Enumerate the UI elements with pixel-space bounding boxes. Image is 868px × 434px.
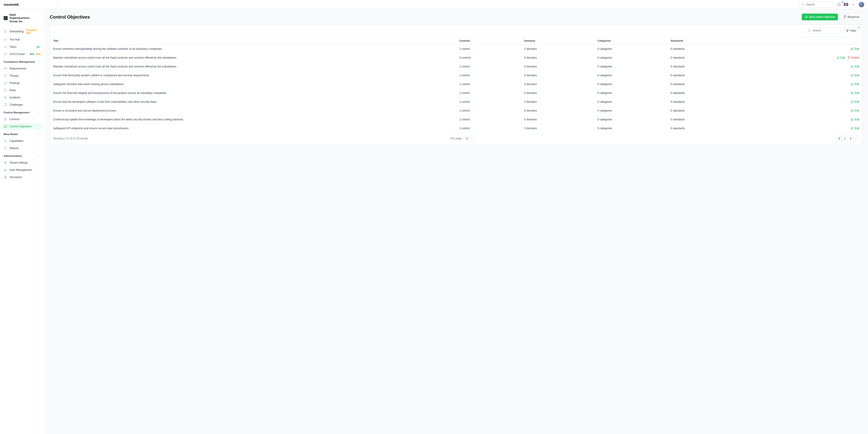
cell-categories: 0 categories	[594, 80, 667, 89]
edit-button[interactable]: Edit	[851, 83, 859, 86]
delete-button[interactable]: Delete	[848, 56, 859, 59]
sidebar-item-label: Risks	[9, 89, 41, 92]
table-row[interactable]: Ensure the financial integrity and trans…	[50, 89, 862, 97]
section-label: Meta Model	[4, 133, 18, 136]
sidebar-section-meta[interactable]: Meta Model	[2, 131, 42, 137]
page-button[interactable]: 2	[842, 136, 848, 141]
user-avatar[interactable]	[859, 2, 864, 7]
sidebar-item-objects[interactable]: Objects	[2, 145, 42, 151]
table-row[interactable]: Ensure a consistent and secure deploymen…	[50, 106, 862, 115]
edit-button[interactable]: Edit	[851, 47, 859, 51]
svg-marker-33	[846, 30, 848, 32]
chevron-up-icon	[38, 154, 41, 157]
sidebar-item-label: Objects	[9, 147, 41, 150]
sidebar-item-findings[interactable]: Findings	[2, 80, 42, 86]
column-header-controls[interactable]: Controls	[456, 37, 521, 45]
sidebar-item-controls[interactable]: Controls	[2, 116, 42, 122]
table-row[interactable]: Ensure that the developed software is fr…	[50, 97, 862, 106]
next-page-button[interactable]	[853, 136, 859, 141]
create-button[interactable]	[850, 2, 856, 7]
edit-icon	[851, 65, 854, 68]
page-button[interactable]: 3	[848, 136, 854, 141]
cell-domains: 0 domains	[521, 124, 594, 133]
sidebar-item-label: Onboarding	[9, 30, 24, 33]
org-selector[interactable]: SaaS Superstructures Group, Inc.	[2, 12, 42, 24]
column-header-standards[interactable]: Standards	[667, 37, 740, 45]
action-label: Edit	[840, 56, 845, 59]
notifications-button[interactable]: 43	[837, 2, 842, 7]
sidebar-item-label: Tasks	[9, 45, 33, 49]
table-row[interactable]: Safeguard API endpoints and ensure secur…	[50, 124, 862, 133]
sidebar-section-compliance[interactable]: Compliance Management	[2, 58, 42, 64]
global-search-input[interactable]	[806, 3, 832, 6]
sidebar-item-threats[interactable]: Threats	[2, 73, 42, 79]
edit-button[interactable]: Edit	[851, 74, 859, 77]
edit-button[interactable]: Edit	[837, 56, 845, 59]
org-icon	[4, 16, 8, 20]
sidebar-item-challenges[interactable]: Challenges	[2, 102, 42, 108]
sidebar-item-requirements[interactable]: Requirements	[2, 65, 42, 72]
sidebar-item-user-management[interactable]: User Management	[2, 167, 42, 173]
global-search[interactable]	[799, 1, 834, 8]
perpage-select[interactable]: 10	[463, 136, 474, 141]
vuca-values: 36%|35%	[30, 53, 41, 55]
table-row[interactable]: Ensure seamless interoperability among t…	[50, 45, 862, 53]
new-control-objective-button[interactable]: New control objective	[802, 13, 838, 20]
shield-icon	[4, 74, 7, 78]
logo[interactable]: vucavoid.	[4, 2, 20, 6]
cell-title: Ensure that third-party vendors adhere t…	[50, 71, 456, 80]
sidebar-item-tasks[interactable]: Tasks 13	[2, 44, 42, 50]
section-label: Compliance Management	[4, 60, 35, 63]
table-row[interactable]: Maintain centralized access control over…	[50, 53, 862, 62]
perpage-value: 10	[465, 137, 468, 140]
column-header-categories[interactable]: Categories	[594, 37, 667, 45]
sidebar-item-hub[interactable]: The Hub	[2, 36, 42, 43]
column-header-domains[interactable]: Domains	[521, 37, 594, 45]
edit-button[interactable]: Edit	[851, 109, 859, 112]
sidebar-item-control-objectives[interactable]: Control Objectives	[2, 123, 42, 129]
filter-button[interactable]: Filter 0	[843, 27, 859, 34]
alert-icon	[4, 81, 7, 85]
table-row[interactable]: Safeguard sensitive data when sharing ac…	[50, 80, 862, 89]
page-button[interactable]: 1	[836, 136, 842, 141]
table-row[interactable]: Ensure that third-party vendors adhere t…	[50, 71, 862, 80]
chevron-up-icon	[38, 111, 41, 114]
perpage-label: Per page	[451, 137, 462, 140]
sidebar-item-risks[interactable]: Risks	[2, 87, 42, 93]
cell-categories: 0 categories	[594, 45, 667, 53]
cell-domains: 0 domains	[521, 71, 594, 80]
edit-button[interactable]: Edit	[851, 91, 859, 94]
sidebar-item-capabilities[interactable]: Capabilities	[2, 138, 42, 144]
plus-circle-icon	[805, 16, 808, 19]
edit-button[interactable]: Edit	[851, 118, 859, 121]
edit-button[interactable]: Edit	[851, 127, 859, 130]
search-icon	[808, 29, 811, 32]
chevron-left-icon	[57, 3, 59, 6]
sidebar-item-structures[interactable]: Structures	[2, 174, 42, 180]
edit-button[interactable]: Edit	[851, 65, 859, 68]
sidebar-item-incidents[interactable]: Incidents	[2, 94, 42, 101]
edit-icon	[851, 109, 854, 112]
cell-controls: 1 control	[456, 115, 521, 124]
clipboard-icon	[843, 16, 846, 19]
table-row[interactable]: Continuously update the knowledge of dev…	[50, 115, 862, 124]
cell-title: Safeguard sensitive data when sharing ac…	[50, 80, 456, 89]
column-header-title[interactable]: Title	[50, 37, 456, 45]
bolt-icon	[4, 96, 7, 99]
action-label: Edit	[855, 109, 859, 112]
sidebar-section-admin[interactable]: Administration	[2, 152, 42, 158]
cell-standards: 0 standards	[667, 71, 740, 80]
sidebar-item-onboarding[interactable]: Onboarding Complete now	[2, 27, 42, 35]
edit-button[interactable]: Edit	[851, 100, 859, 104]
sidebar-item-vuca[interactable]: VUCA Score 36%|35%	[2, 51, 42, 57]
filter-count: 0	[858, 26, 860, 29]
blueprints-button[interactable]: Blueprints	[840, 13, 863, 20]
table-search-input[interactable]	[813, 29, 838, 32]
table-search[interactable]	[805, 27, 841, 34]
sidebar-collapse-button[interactable]	[55, 1, 61, 8]
language-flag-button[interactable]	[844, 3, 848, 6]
sidebar-section-control[interactable]: Control Management	[2, 109, 42, 115]
sidebar-item-tenant-settings[interactable]: Tenant settings	[2, 160, 42, 166]
table-row[interactable]: Maintain centralized access control over…	[50, 62, 862, 71]
tasks-icon	[4, 45, 7, 49]
